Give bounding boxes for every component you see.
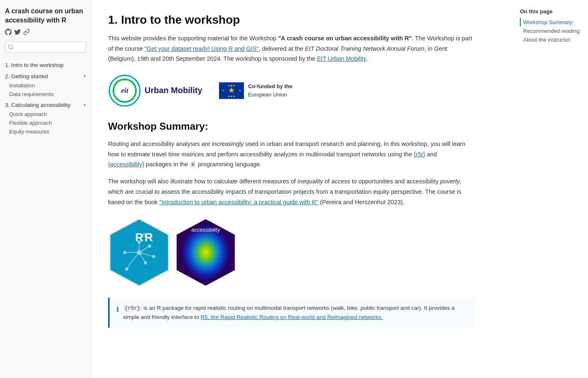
svg-point-21	[153, 255, 155, 258]
toc-item-workshop-summary[interactable]: Workshop Summary:	[520, 18, 581, 27]
svg-text:★★★: ★★★	[228, 95, 235, 98]
nav-item-intro[interactable]: 1. Intro to the workshop	[5, 60, 86, 70]
eu-flag: ★ ★★★ ★★★ ★ ★	[219, 82, 244, 99]
nav-sub-data-req[interactable]: Data requirements	[5, 90, 86, 99]
intro-paragraph: This website provides the supporting mat…	[108, 33, 474, 64]
page-heading: 1. Intro to the workshop	[108, 13, 474, 27]
svg-text:accessibility: accessibility	[191, 227, 221, 233]
main-content: 1. Intro to the workshop This website pr…	[91, 0, 490, 341]
r5r-hex-logo: R 5 R	[108, 217, 170, 288]
svg-text:eit: eit	[121, 86, 129, 94]
info-icon: ℹ	[116, 304, 119, 322]
accessibility-pkg-link[interactable]: {accessibility}	[108, 161, 144, 168]
svg-text:★: ★	[222, 89, 224, 92]
r5r-pkg-link[interactable]: {r5r}	[414, 151, 425, 158]
github-icon[interactable]	[5, 29, 12, 37]
svg-text:R: R	[135, 231, 143, 244]
nav-sub-installation[interactable]: Installation	[5, 81, 86, 90]
summary-paragraph-1: Routing and accessibility analyses are i…	[108, 139, 474, 170]
svg-point-24	[137, 250, 141, 254]
sidebar: A crash course on urban accessibility wi…	[0, 0, 91, 341]
info-pkg-code: {r5r}	[123, 305, 142, 312]
course-link[interactable]: "Get your dataset ready! Using R and GIS…	[145, 45, 259, 52]
nav-sub-flexible[interactable]: Flexible approach	[5, 119, 86, 127]
svg-point-18	[123, 251, 126, 254]
eit-link[interactable]: EIT Urban Mobility	[317, 55, 366, 62]
toc-item-about-instructor[interactable]: About the instructor:	[520, 35, 581, 44]
svg-text:★: ★	[239, 89, 241, 92]
sidebar-icon-row	[5, 29, 86, 37]
sidebar-title: A crash course on urban accessibility wi…	[5, 7, 86, 25]
toc-item-recommended-reading[interactable]: Recommended reading:	[520, 27, 581, 35]
nav-item-getting-started[interactable]: 2. Getting started ▾	[5, 72, 86, 81]
link-icon[interactable]	[23, 29, 30, 37]
info-box: ℹ {r5r} is an R package for rapid realis…	[108, 298, 474, 328]
eit-urban-label: Urban Mobility	[145, 86, 202, 95]
hex-logos: R 5 R accessibility	[108, 217, 474, 288]
search-input[interactable]	[5, 42, 86, 53]
accessibility-hex-logo: accessibility	[175, 217, 237, 288]
toc-title: On this page	[520, 8, 581, 15]
eu-cofunded-text: Co-funded by the European Union	[248, 82, 293, 99]
svg-point-22	[144, 262, 147, 264]
svg-text:★: ★	[228, 86, 235, 94]
book-link[interactable]: "Introduction to urban accessibility: a …	[159, 199, 318, 205]
nav-sub-quick[interactable]: Quick approach	[5, 110, 86, 119]
chevron-down-icon-2: ▾	[84, 102, 86, 108]
svg-point-20	[148, 245, 151, 247]
eu-logo: ★ ★★★ ★★★ ★ ★ Co-funded by the European …	[219, 82, 293, 99]
logos-row: eit Urban Mobility ★ ★★★ ★	[108, 74, 474, 107]
summary-paragraph-2: The workshop will also illustrate how to…	[108, 176, 474, 207]
chevron-down-icon: ▾	[84, 74, 86, 79]
eit-logo: eit Urban Mobility	[108, 74, 202, 107]
twitter-icon[interactable]	[14, 29, 21, 37]
workshop-summary-heading: Workshop Summary:	[108, 121, 474, 132]
svg-point-23	[125, 268, 128, 270]
r5-link[interactable]: R5, the Rapid Realistic Routing on Real-…	[201, 314, 383, 320]
svg-text:R: R	[145, 231, 153, 244]
toc-sidebar: On this page Workshop Summary: Recommend…	[513, 0, 588, 52]
nav-item-calc-access[interactable]: 3. Calculating accessibility ▾	[5, 100, 86, 110]
svg-text:★★★: ★★★	[228, 84, 235, 87]
nav-sub-equity[interactable]: Equity measures	[5, 127, 86, 136]
